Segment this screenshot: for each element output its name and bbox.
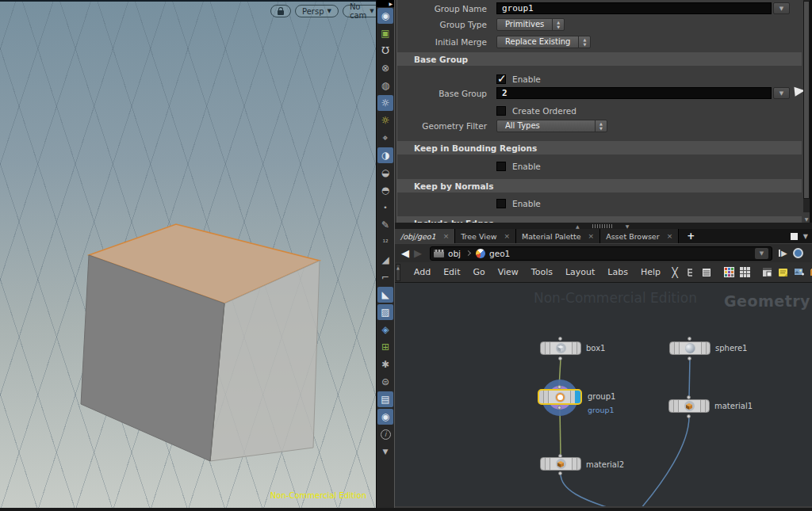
material2-output-dot[interactable] [558,471,562,475]
collapse-down-icon[interactable]: ▼ [626,223,630,229]
path-dropdown-icon[interactable]: ▼ [755,248,768,259]
texture-quality-icon[interactable]: ▨ [377,304,393,320]
shading-mode-icon[interactable]: ◑ [377,147,393,163]
enable-normals-checkbox[interactable] [496,199,506,208]
tree-structure-icon[interactable] [684,266,697,279]
lighting-icon[interactable]: ☼ [377,95,393,111]
color-palette-grid-icon[interactable] [722,266,735,279]
path-root[interactable]: obj [448,249,461,258]
construction-plane-icon[interactable]: ✱ [377,357,393,372]
point-number-icon[interactable]: ¹² [377,235,393,250]
base-group-section-header[interactable]: Base Group [397,52,802,66]
group-name-dropdown-button[interactable]: ▼ [773,2,790,14]
group-type-dropdown[interactable]: Primitives ▲▼ [496,18,565,31]
display-flag[interactable] [575,391,580,403]
tab-menu-icon[interactable]: ▼ [803,233,808,240]
menu-labs[interactable]: Labs [601,267,634,277]
sphere1-output-dot[interactable] [688,357,691,360]
pane-divider[interactable]: ▲ ▼ [395,223,812,229]
keep-normals-section-header[interactable]: Keep by Normals [397,179,802,193]
tab-obj-geo1[interactable]: /obj/geo1 × [395,229,455,243]
pane-maximize-icon[interactable] [791,233,798,240]
network-editor[interactable]: Non-Commercial Edition Geometry box1 [395,283,812,506]
group1-input-dot[interactable] [557,385,561,389]
high-quality-lighting-icon[interactable]: ☼ [377,112,393,128]
include-edges-section-header[interactable]: Include by Edges [397,216,802,223]
menu-tools[interactable]: Tools [525,267,559,277]
lock-icon[interactable]: Ω [377,43,393,59]
view-layout-icon[interactable]: ◉ [377,8,393,24]
list-view-icon[interactable] [700,266,713,279]
add-tab-button[interactable]: + [679,229,703,243]
path-node[interactable]: geo1 [489,249,510,258]
image-plus-icon[interactable] [792,266,805,279]
spinner-icon[interactable]: ▲▼ [595,120,607,132]
initial-merge-dropdown[interactable]: Replace Existing ▲▼ [496,36,591,48]
group1-output-dot[interactable] [557,406,561,410]
sticky-note-icon[interactable] [776,266,789,279]
geometry-filter-dropdown[interactable]: All Types ▲▼ [496,120,607,132]
scrollbar-thumb[interactable] [803,1,810,199]
spinner-icon[interactable]: ▲▼ [552,19,564,30]
node-group1[interactable] [538,389,582,405]
tab-tree-view[interactable]: Tree View × [455,229,516,243]
material2-input-dot[interactable] [558,454,562,458]
back-button[interactable]: ◀ [401,247,409,259]
grid-view-icon[interactable] [738,266,751,279]
base-group-dropdown-button[interactable]: ▼ [773,87,790,99]
location-icon[interactable]: ◉ [377,409,393,425]
multi-view-icon[interactable]: ◈ [377,322,393,337]
view-cone-icon[interactable]: ◣ [377,287,393,303]
pin-pane-icon[interactable]: ▶ [779,249,787,257]
material1-output-dot[interactable] [687,414,691,418]
node-sphere1[interactable] [669,341,710,355]
collapse-up-icon[interactable]: ▲ [576,223,580,229]
node-material2[interactable] [540,457,581,471]
material1-input-dot[interactable] [687,395,691,399]
camera-select-menu[interactable]: No cam ▼ [343,5,376,17]
projection-menu[interactable]: Persp ▼ [295,5,339,17]
scroll-down-icon[interactable]: ▼ [377,444,393,460]
close-icon[interactable]: × [504,232,511,240]
sphere1-input-dot[interactable] [688,337,691,341]
menubar-collapse-handle[interactable]: ▲ [396,264,400,281]
camera-lock-button[interactable] [270,5,291,17]
tab-asset-browser[interactable]: Asset Browser × [600,229,679,243]
enable-bounding-checkbox[interactable] [496,162,506,171]
ghost-shade-icon[interactable]: ◓ [377,182,393,198]
close-icon[interactable]: × [443,232,450,240]
close-icon[interactable]: × [667,232,673,240]
walkthrough-icon[interactable]: ⌖ [377,130,393,146]
display-options-icon[interactable]: ⊜ [377,374,393,390]
expand-icon[interactable]: ▶ [377,0,394,7]
box1-input-dot[interactable] [558,337,562,341]
enable-checkbox[interactable] [496,74,506,84]
divider-grip[interactable] [592,224,613,228]
menu-view[interactable]: View [492,267,525,277]
menu-edit[interactable]: Edit [437,267,466,277]
menu-layout[interactable]: Layout [559,267,601,277]
snapshot-icon[interactable]: ▤ [377,391,393,407]
info-icon[interactable]: i [377,426,393,442]
point-marker-icon[interactable]: • [377,200,393,215]
create-ordered-checkbox[interactable] [496,106,506,116]
tab-material-palette[interactable]: Material Palette × [516,229,600,243]
keep-bounding-section-header[interactable]: Keep in Bounding Regions [397,141,802,154]
menu-help[interactable]: Help [634,267,667,277]
parameter-scrollbar[interactable]: ▼ [803,0,810,227]
path-field[interactable]: obj geo1 ▼ [430,246,772,261]
node-material1[interactable] [668,399,710,413]
menu-go[interactable]: Go [466,267,491,277]
group-name-input[interactable]: group1 [496,2,772,14]
tools-wrench-icon[interactable]: ╳ [668,266,681,279]
normal-scale-icon[interactable]: ◢ [377,252,393,268]
corner-pin-icon[interactable]: ⌐ [377,269,393,285]
forward-button[interactable]: ▶ [414,247,422,259]
close-icon[interactable]: × [588,232,595,240]
snap-icon[interactable]: ▣ [377,25,393,41]
node-box1[interactable] [540,341,581,355]
asset-box-icon[interactable] [808,266,812,279]
box1-output-dot[interactable] [558,357,562,360]
group-list-icon[interactable]: ⊞ [377,339,393,355]
headlight-icon[interactable]: ⊗ [377,60,393,76]
